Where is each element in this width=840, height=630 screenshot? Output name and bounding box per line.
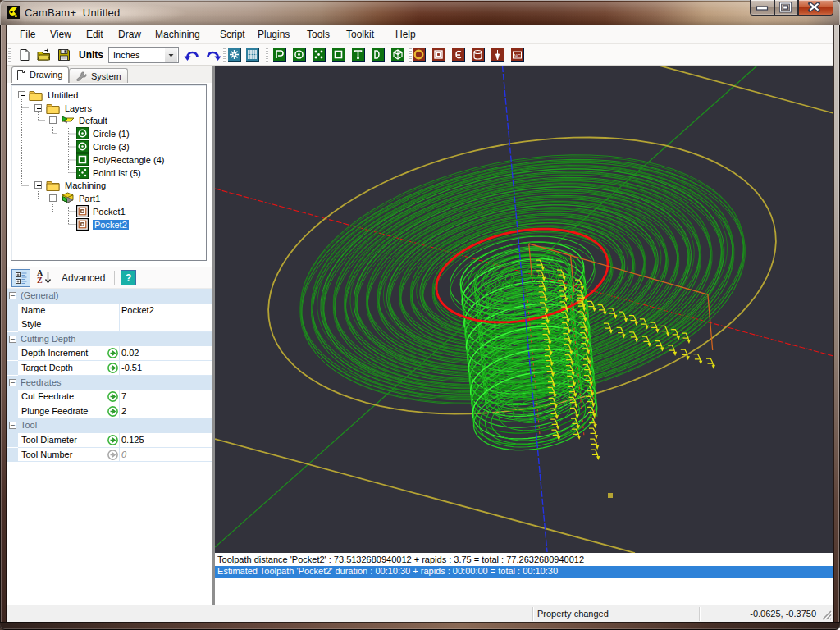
svg-text:NC: NC <box>514 53 521 58</box>
